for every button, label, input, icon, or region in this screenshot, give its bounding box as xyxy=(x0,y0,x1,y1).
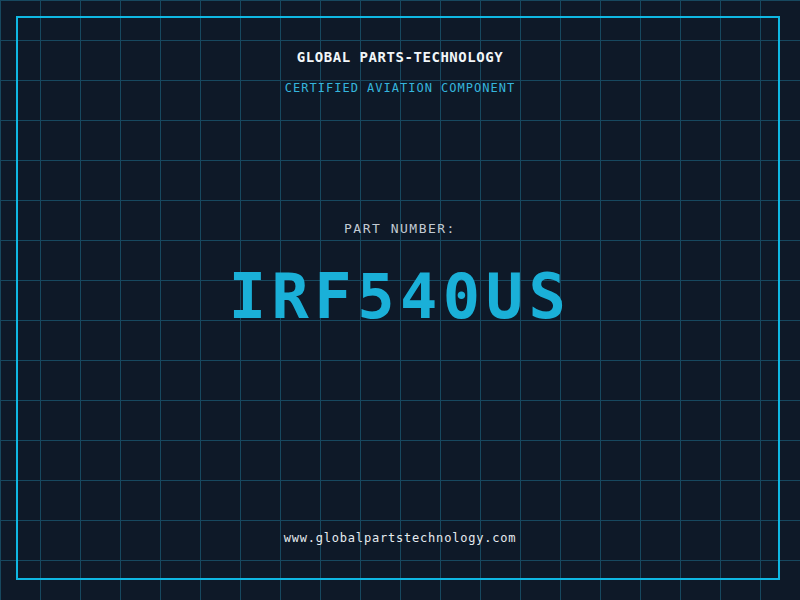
part-number-label: PART NUMBER: xyxy=(0,221,800,236)
brand-subtitle: CERTIFIED AVIATION COMPONENT xyxy=(0,81,800,95)
label-screen: GLOBAL PARTS-TECHNOLOGY CERTIFIED AVIATI… xyxy=(0,0,800,600)
brand-title: GLOBAL PARTS-TECHNOLOGY xyxy=(0,49,800,65)
part-number-value: IRF540US xyxy=(0,264,800,330)
website-url: www.globalpartstechnology.com xyxy=(0,531,800,545)
